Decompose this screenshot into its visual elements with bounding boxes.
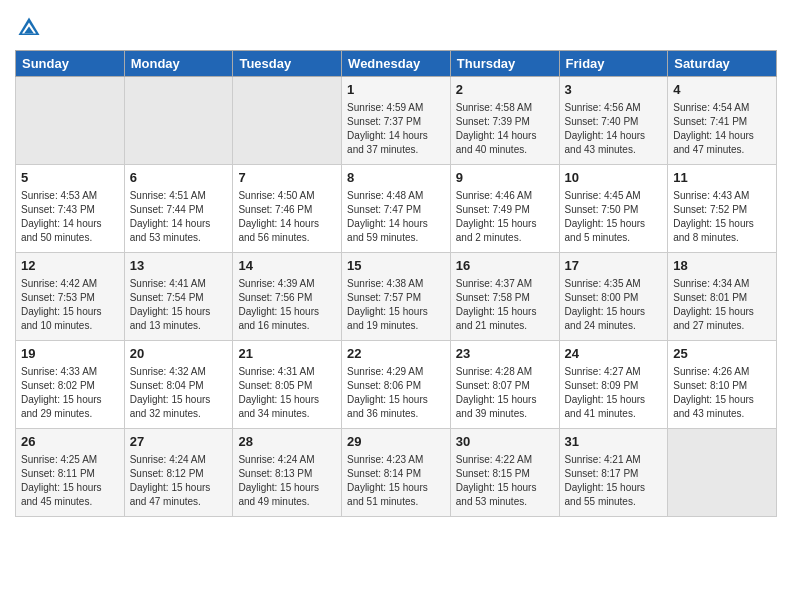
day-info: Sunrise: 4:25 AMSunset: 8:11 PMDaylight:… <box>21 453 119 509</box>
calendar-cell: 31Sunrise: 4:21 AMSunset: 8:17 PMDayligh… <box>559 429 668 517</box>
calendar-header: SundayMondayTuesdayWednesdayThursdayFrid… <box>16 51 777 77</box>
day-info: Sunrise: 4:35 AMSunset: 8:00 PMDaylight:… <box>565 277 663 333</box>
calendar-cell: 22Sunrise: 4:29 AMSunset: 8:06 PMDayligh… <box>342 341 451 429</box>
day-info: Sunrise: 4:58 AMSunset: 7:39 PMDaylight:… <box>456 101 554 157</box>
calendar-cell: 2Sunrise: 4:58 AMSunset: 7:39 PMDaylight… <box>450 77 559 165</box>
calendar-cell: 15Sunrise: 4:38 AMSunset: 7:57 PMDayligh… <box>342 253 451 341</box>
day-number: 15 <box>347 257 445 275</box>
day-number: 2 <box>456 81 554 99</box>
day-number: 22 <box>347 345 445 363</box>
day-number: 29 <box>347 433 445 451</box>
day-info: Sunrise: 4:56 AMSunset: 7:40 PMDaylight:… <box>565 101 663 157</box>
day-number: 16 <box>456 257 554 275</box>
calendar-cell: 29Sunrise: 4:23 AMSunset: 8:14 PMDayligh… <box>342 429 451 517</box>
day-number: 8 <box>347 169 445 187</box>
calendar-cell: 12Sunrise: 4:42 AMSunset: 7:53 PMDayligh… <box>16 253 125 341</box>
day-info: Sunrise: 4:34 AMSunset: 8:01 PMDaylight:… <box>673 277 771 333</box>
day-number: 30 <box>456 433 554 451</box>
day-number: 7 <box>238 169 336 187</box>
day-number: 10 <box>565 169 663 187</box>
calendar-cell: 8Sunrise: 4:48 AMSunset: 7:47 PMDaylight… <box>342 165 451 253</box>
calendar-week-2: 5Sunrise: 4:53 AMSunset: 7:43 PMDaylight… <box>16 165 777 253</box>
day-info: Sunrise: 4:46 AMSunset: 7:49 PMDaylight:… <box>456 189 554 245</box>
logo <box>15 14 47 42</box>
calendar-week-4: 19Sunrise: 4:33 AMSunset: 8:02 PMDayligh… <box>16 341 777 429</box>
day-number: 5 <box>21 169 119 187</box>
weekday-thursday: Thursday <box>450 51 559 77</box>
calendar-cell: 25Sunrise: 4:26 AMSunset: 8:10 PMDayligh… <box>668 341 777 429</box>
weekday-wednesday: Wednesday <box>342 51 451 77</box>
day-number: 3 <box>565 81 663 99</box>
calendar-cell: 24Sunrise: 4:27 AMSunset: 8:09 PMDayligh… <box>559 341 668 429</box>
calendar-cell: 30Sunrise: 4:22 AMSunset: 8:15 PMDayligh… <box>450 429 559 517</box>
day-number: 12 <box>21 257 119 275</box>
calendar-cell: 7Sunrise: 4:50 AMSunset: 7:46 PMDaylight… <box>233 165 342 253</box>
day-number: 23 <box>456 345 554 363</box>
day-number: 21 <box>238 345 336 363</box>
day-info: Sunrise: 4:24 AMSunset: 8:13 PMDaylight:… <box>238 453 336 509</box>
day-info: Sunrise: 4:53 AMSunset: 7:43 PMDaylight:… <box>21 189 119 245</box>
calendar-cell: 5Sunrise: 4:53 AMSunset: 7:43 PMDaylight… <box>16 165 125 253</box>
calendar-cell: 16Sunrise: 4:37 AMSunset: 7:58 PMDayligh… <box>450 253 559 341</box>
day-info: Sunrise: 4:24 AMSunset: 8:12 PMDaylight:… <box>130 453 228 509</box>
calendar-cell: 1Sunrise: 4:59 AMSunset: 7:37 PMDaylight… <box>342 77 451 165</box>
day-info: Sunrise: 4:39 AMSunset: 7:56 PMDaylight:… <box>238 277 336 333</box>
day-info: Sunrise: 4:31 AMSunset: 8:05 PMDaylight:… <box>238 365 336 421</box>
day-number: 28 <box>238 433 336 451</box>
day-info: Sunrise: 4:29 AMSunset: 8:06 PMDaylight:… <box>347 365 445 421</box>
day-info: Sunrise: 4:51 AMSunset: 7:44 PMDaylight:… <box>130 189 228 245</box>
weekday-sunday: Sunday <box>16 51 125 77</box>
calendar-cell: 11Sunrise: 4:43 AMSunset: 7:52 PMDayligh… <box>668 165 777 253</box>
calendar-cell: 27Sunrise: 4:24 AMSunset: 8:12 PMDayligh… <box>124 429 233 517</box>
day-number: 11 <box>673 169 771 187</box>
calendar-cell: 23Sunrise: 4:28 AMSunset: 8:07 PMDayligh… <box>450 341 559 429</box>
calendar-week-3: 12Sunrise: 4:42 AMSunset: 7:53 PMDayligh… <box>16 253 777 341</box>
calendar-week-5: 26Sunrise: 4:25 AMSunset: 8:11 PMDayligh… <box>16 429 777 517</box>
day-info: Sunrise: 4:26 AMSunset: 8:10 PMDaylight:… <box>673 365 771 421</box>
calendar: SundayMondayTuesdayWednesdayThursdayFrid… <box>15 50 777 517</box>
day-number: 25 <box>673 345 771 363</box>
day-number: 20 <box>130 345 228 363</box>
day-number: 26 <box>21 433 119 451</box>
calendar-cell: 9Sunrise: 4:46 AMSunset: 7:49 PMDaylight… <box>450 165 559 253</box>
day-info: Sunrise: 4:22 AMSunset: 8:15 PMDaylight:… <box>456 453 554 509</box>
day-number: 6 <box>130 169 228 187</box>
day-number: 31 <box>565 433 663 451</box>
calendar-cell: 19Sunrise: 4:33 AMSunset: 8:02 PMDayligh… <box>16 341 125 429</box>
day-info: Sunrise: 4:21 AMSunset: 8:17 PMDaylight:… <box>565 453 663 509</box>
calendar-cell <box>233 77 342 165</box>
calendar-cell <box>668 429 777 517</box>
day-info: Sunrise: 4:33 AMSunset: 8:02 PMDaylight:… <box>21 365 119 421</box>
weekday-saturday: Saturday <box>668 51 777 77</box>
day-number: 4 <box>673 81 771 99</box>
calendar-cell: 4Sunrise: 4:54 AMSunset: 7:41 PMDaylight… <box>668 77 777 165</box>
day-info: Sunrise: 4:23 AMSunset: 8:14 PMDaylight:… <box>347 453 445 509</box>
day-info: Sunrise: 4:54 AMSunset: 7:41 PMDaylight:… <box>673 101 771 157</box>
day-info: Sunrise: 4:41 AMSunset: 7:54 PMDaylight:… <box>130 277 228 333</box>
day-number: 27 <box>130 433 228 451</box>
calendar-cell: 26Sunrise: 4:25 AMSunset: 8:11 PMDayligh… <box>16 429 125 517</box>
header <box>15 10 777 42</box>
day-info: Sunrise: 4:38 AMSunset: 7:57 PMDaylight:… <box>347 277 445 333</box>
day-number: 19 <box>21 345 119 363</box>
day-number: 1 <box>347 81 445 99</box>
calendar-cell <box>16 77 125 165</box>
day-info: Sunrise: 4:42 AMSunset: 7:53 PMDaylight:… <box>21 277 119 333</box>
day-info: Sunrise: 4:43 AMSunset: 7:52 PMDaylight:… <box>673 189 771 245</box>
calendar-cell: 13Sunrise: 4:41 AMSunset: 7:54 PMDayligh… <box>124 253 233 341</box>
page: SundayMondayTuesdayWednesdayThursdayFrid… <box>0 0 792 527</box>
day-info: Sunrise: 4:28 AMSunset: 8:07 PMDaylight:… <box>456 365 554 421</box>
calendar-week-1: 1Sunrise: 4:59 AMSunset: 7:37 PMDaylight… <box>16 77 777 165</box>
calendar-cell: 20Sunrise: 4:32 AMSunset: 8:04 PMDayligh… <box>124 341 233 429</box>
day-number: 24 <box>565 345 663 363</box>
day-number: 14 <box>238 257 336 275</box>
day-info: Sunrise: 4:59 AMSunset: 7:37 PMDaylight:… <box>347 101 445 157</box>
weekday-friday: Friday <box>559 51 668 77</box>
calendar-cell: 17Sunrise: 4:35 AMSunset: 8:00 PMDayligh… <box>559 253 668 341</box>
day-number: 17 <box>565 257 663 275</box>
calendar-cell: 21Sunrise: 4:31 AMSunset: 8:05 PMDayligh… <box>233 341 342 429</box>
day-number: 13 <box>130 257 228 275</box>
day-info: Sunrise: 4:48 AMSunset: 7:47 PMDaylight:… <box>347 189 445 245</box>
weekday-header-row: SundayMondayTuesdayWednesdayThursdayFrid… <box>16 51 777 77</box>
day-info: Sunrise: 4:37 AMSunset: 7:58 PMDaylight:… <box>456 277 554 333</box>
